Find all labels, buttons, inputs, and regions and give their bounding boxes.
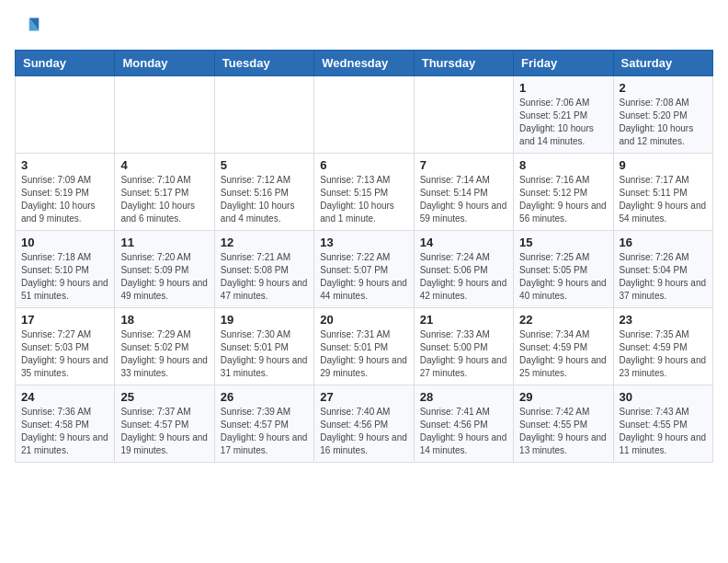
weekday-header-sunday: Sunday [16,51,115,76]
day-number: 24 [21,390,108,404]
day-info: Sunrise: 7:12 AM Sunset: 5:16 PM Dayligh… [221,174,308,225]
calendar-day: 1Sunrise: 7:06 AM Sunset: 5:21 PM Daylig… [514,76,613,154]
calendar-day: 22Sunrise: 7:34 AM Sunset: 4:59 PM Dayli… [514,308,613,385]
day-info: Sunrise: 7:21 AM Sunset: 5:08 PM Dayligh… [221,251,308,303]
calendar-day: 27Sunrise: 7:40 AM Sunset: 4:56 PM Dayli… [314,385,414,463]
weekday-row: SundayMondayTuesdayWednesdayThursdayFrid… [16,51,713,76]
weekday-header-wednesday: Wednesday [314,51,414,76]
calendar-week-4: 17Sunrise: 7:27 AM Sunset: 5:03 PM Dayli… [16,308,713,385]
calendar-day: 19Sunrise: 7:30 AM Sunset: 5:01 PM Dayli… [214,308,313,385]
day-info: Sunrise: 7:30 AM Sunset: 5:01 PM Dayligh… [221,328,308,380]
day-info: Sunrise: 7:34 AM Sunset: 4:59 PM Dayligh… [519,328,607,380]
calendar-day: 4Sunrise: 7:10 AM Sunset: 5:17 PM Daylig… [115,154,214,231]
weekday-header-monday: Monday [115,51,214,76]
calendar-day [115,76,214,154]
day-info: Sunrise: 7:26 AM Sunset: 5:04 PM Dayligh… [620,251,707,303]
day-info: Sunrise: 7:27 AM Sunset: 5:03 PM Dayligh… [21,328,108,380]
day-number: 26 [221,390,308,404]
day-info: Sunrise: 7:37 AM Sunset: 4:57 PM Dayligh… [120,406,208,457]
calendar-day: 3Sunrise: 7:09 AM Sunset: 5:19 PM Daylig… [16,154,115,231]
calendar-day: 18Sunrise: 7:29 AM Sunset: 5:02 PM Dayli… [115,308,214,385]
day-info: Sunrise: 7:29 AM Sunset: 5:02 PM Dayligh… [120,328,208,380]
calendar-day [414,76,513,154]
calendar-week-1: 1Sunrise: 7:06 AM Sunset: 5:21 PM Daylig… [16,76,713,154]
calendar-day: 25Sunrise: 7:37 AM Sunset: 4:57 PM Dayli… [115,385,214,463]
calendar-day: 15Sunrise: 7:25 AM Sunset: 5:05 PM Dayli… [514,231,613,308]
day-number: 27 [320,390,407,404]
day-number: 12 [221,236,308,249]
day-info: Sunrise: 7:06 AM Sunset: 5:21 PM Dayligh… [519,97,607,148]
day-info: Sunrise: 7:18 AM Sunset: 5:10 PM Dayligh… [21,251,108,303]
day-info: Sunrise: 7:43 AM Sunset: 4:55 PM Dayligh… [620,406,707,457]
calendar-day: 10Sunrise: 7:18 AM Sunset: 5:10 PM Dayli… [16,231,115,308]
calendar-day: 8Sunrise: 7:16 AM Sunset: 5:12 PM Daylig… [514,154,613,231]
day-info: Sunrise: 7:39 AM Sunset: 4:57 PM Dayligh… [221,406,308,457]
calendar-day: 29Sunrise: 7:42 AM Sunset: 4:55 PM Dayli… [514,385,613,463]
day-number: 29 [519,390,607,404]
day-number: 19 [221,313,308,327]
calendar-day: 26Sunrise: 7:39 AM Sunset: 4:57 PM Dayli… [214,385,313,463]
day-info: Sunrise: 7:09 AM Sunset: 5:19 PM Dayligh… [21,174,108,225]
day-number: 8 [519,158,607,172]
calendar-day: 13Sunrise: 7:22 AM Sunset: 5:07 PM Dayli… [314,231,414,308]
calendar-day: 30Sunrise: 7:43 AM Sunset: 4:55 PM Dayli… [613,385,712,463]
day-info: Sunrise: 7:13 AM Sunset: 5:15 PM Dayligh… [320,174,407,225]
weekday-header-friday: Friday [514,51,613,76]
day-number: 6 [320,158,407,172]
day-number: 14 [420,236,507,249]
day-number: 17 [21,313,108,327]
day-number: 28 [420,390,507,404]
day-number: 5 [221,158,308,172]
calendar-day: 14Sunrise: 7:24 AM Sunset: 5:06 PM Dayli… [414,231,513,308]
day-number: 18 [120,313,208,327]
day-info: Sunrise: 7:35 AM Sunset: 4:59 PM Dayligh… [620,328,707,380]
day-number: 9 [620,158,707,172]
day-info: Sunrise: 7:20 AM Sunset: 5:09 PM Dayligh… [120,251,208,303]
weekday-header-saturday: Saturday [613,51,712,76]
day-number: 23 [620,313,707,327]
day-number: 7 [420,158,507,172]
day-info: Sunrise: 7:40 AM Sunset: 4:56 PM Dayligh… [320,406,407,457]
calendar-day: 17Sunrise: 7:27 AM Sunset: 5:03 PM Dayli… [16,308,115,385]
calendar-day: 2Sunrise: 7:08 AM Sunset: 5:20 PM Daylig… [613,76,712,154]
day-number: 21 [420,313,507,327]
calendar-day [314,76,414,154]
day-number: 16 [620,236,707,249]
day-number: 15 [519,236,607,249]
day-number: 10 [21,236,108,249]
day-info: Sunrise: 7:17 AM Sunset: 5:11 PM Dayligh… [620,174,707,225]
day-number: 25 [120,390,208,404]
day-info: Sunrise: 7:33 AM Sunset: 5:00 PM Dayligh… [420,328,507,380]
day-info: Sunrise: 7:14 AM Sunset: 5:14 PM Dayligh… [420,174,507,225]
calendar-day: 7Sunrise: 7:14 AM Sunset: 5:14 PM Daylig… [414,154,513,231]
day-info: Sunrise: 7:24 AM Sunset: 5:06 PM Dayligh… [420,251,507,303]
day-number: 20 [320,313,407,327]
weekday-header-thursday: Thursday [414,51,513,76]
calendar-day: 16Sunrise: 7:26 AM Sunset: 5:04 PM Dayli… [613,231,712,308]
day-info: Sunrise: 7:41 AM Sunset: 4:56 PM Dayligh… [420,406,507,457]
logo [15,15,44,40]
day-number: 1 [519,81,607,95]
day-number: 13 [320,236,407,249]
day-info: Sunrise: 7:31 AM Sunset: 5:01 PM Dayligh… [320,328,407,380]
calendar-day: 23Sunrise: 7:35 AM Sunset: 4:59 PM Dayli… [613,308,712,385]
calendar-day: 28Sunrise: 7:41 AM Sunset: 4:56 PM Dayli… [414,385,513,463]
calendar-day: 12Sunrise: 7:21 AM Sunset: 5:08 PM Dayli… [214,231,313,308]
day-number: 30 [620,390,707,404]
calendar-header: SundayMondayTuesdayWednesdayThursdayFrid… [16,51,713,76]
calendar-day [214,76,313,154]
day-info: Sunrise: 7:16 AM Sunset: 5:12 PM Dayligh… [519,174,607,225]
day-info: Sunrise: 7:10 AM Sunset: 5:17 PM Dayligh… [120,174,208,225]
calendar-day: 24Sunrise: 7:36 AM Sunset: 4:58 PM Dayli… [16,385,115,463]
day-info: Sunrise: 7:22 AM Sunset: 5:07 PM Dayligh… [320,251,407,303]
page-header [15,15,713,40]
day-info: Sunrise: 7:08 AM Sunset: 5:20 PM Dayligh… [620,97,707,148]
calendar-day: 5Sunrise: 7:12 AM Sunset: 5:16 PM Daylig… [214,154,313,231]
day-info: Sunrise: 7:42 AM Sunset: 4:55 PM Dayligh… [519,406,607,457]
calendar-week-2: 3Sunrise: 7:09 AM Sunset: 5:19 PM Daylig… [16,154,713,231]
calendar-day: 21Sunrise: 7:33 AM Sunset: 5:00 PM Dayli… [414,308,513,385]
weekday-header-tuesday: Tuesday [214,51,313,76]
calendar-day: 6Sunrise: 7:13 AM Sunset: 5:15 PM Daylig… [314,154,414,231]
day-info: Sunrise: 7:36 AM Sunset: 4:58 PM Dayligh… [21,406,108,457]
day-number: 11 [120,236,208,249]
